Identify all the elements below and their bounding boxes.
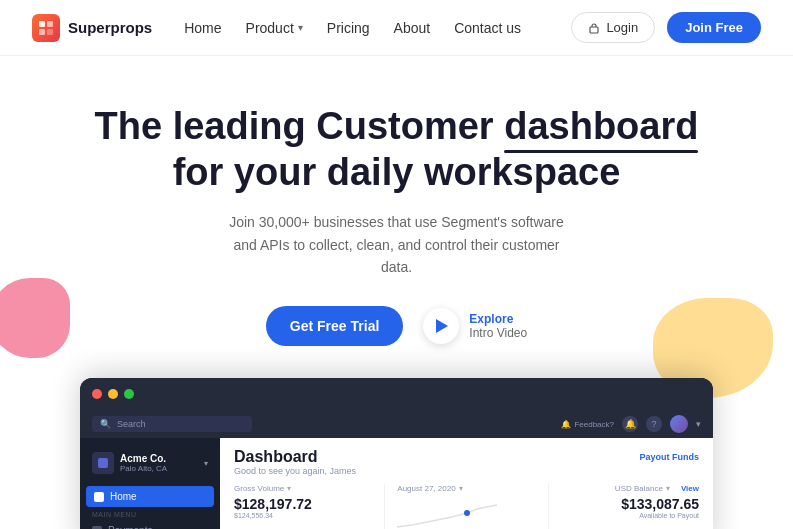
usd-value: $133,087.65 xyxy=(561,496,699,512)
nav-contact[interactable]: Contact us xyxy=(454,20,521,36)
user-avatar[interactable] xyxy=(670,415,688,433)
lock-icon xyxy=(588,22,600,34)
window-maximize-dot xyxy=(124,389,134,399)
august-date-card: August 27, 2020 ▾ xyxy=(397,484,535,529)
nav-actions: Login Join Free xyxy=(571,12,761,43)
dash-subtitle: Good to see you again, James xyxy=(234,466,356,476)
search-icon: 🔍 xyxy=(100,419,111,429)
feedback-button[interactable]: 🔔 Feedback? xyxy=(561,420,614,429)
svg-rect-4 xyxy=(590,27,598,33)
chart-preview xyxy=(397,497,497,529)
logo-icon xyxy=(32,14,60,42)
dash-body: Acme Co. Palo Alto, CA ▾ Home MAIN MENU … xyxy=(80,438,713,529)
gross-volume-card: Gross Volume ▾ $128,197.72 $124,556.34 xyxy=(234,484,372,529)
dashboard-preview: 🔍 Search 🔔 Feedback? 🔔 ? ▾ xyxy=(80,378,713,529)
dash-main-content: Dashboard Good to see you again, James P… xyxy=(220,438,713,529)
brand-icon xyxy=(92,452,114,474)
usd-dropdown-icon: ▾ xyxy=(666,484,670,493)
search-placeholder-text: Search xyxy=(117,419,146,429)
dash-title: Dashboard xyxy=(234,448,356,466)
usd-balance-card: USD Balance ▾ View $133,087.65 Available… xyxy=(561,484,699,529)
svg-rect-2 xyxy=(39,29,45,35)
stat-divider-1 xyxy=(384,484,385,529)
dash-topbar: 🔍 Search 🔔 Feedback? 🔔 ? ▾ xyxy=(80,410,713,438)
get-free-trial-button[interactable]: Get Free Trial xyxy=(266,306,403,346)
home-icon xyxy=(94,492,104,502)
video-text: Explore Intro Video xyxy=(469,312,527,340)
usd-label: USD Balance ▾ View xyxy=(561,484,699,493)
window-minimize-dot xyxy=(108,389,118,399)
gross-dropdown-icon: ▾ xyxy=(287,484,291,493)
nav-logo: Superprops xyxy=(32,14,152,42)
stat-divider-2 xyxy=(548,484,549,529)
hero-headline: The leading Customer dashboard for your … xyxy=(40,104,753,195)
video-label: Explore xyxy=(469,312,527,326)
window-close-dot xyxy=(92,389,102,399)
date-dropdown-icon: ▾ xyxy=(459,484,463,493)
dash-sidebar: Acme Co. Palo Alto, CA ▾ Home MAIN MENU … xyxy=(80,438,220,529)
help-icon[interactable]: ? xyxy=(646,416,662,432)
brand-name: Superprops xyxy=(68,19,152,36)
dash-titlebar xyxy=(80,378,713,410)
dash-brand: Acme Co. Palo Alto, CA ▾ xyxy=(80,446,220,480)
nav-section-label: MAIN MENU xyxy=(80,507,220,520)
hero-subtext: Join 30,000+ businesses that use Segment… xyxy=(227,211,567,278)
svg-rect-1 xyxy=(47,21,53,27)
gross-sub: $124,556.34 xyxy=(234,512,372,519)
gross-label: Gross Volume ▾ xyxy=(234,484,372,493)
notification-icon[interactable]: 🔔 xyxy=(622,416,638,432)
navbar: Superprops Home Product ▾ Pricing About … xyxy=(0,0,793,56)
chevron-down-icon: ▾ xyxy=(298,22,303,33)
dashboard-search[interactable]: 🔍 Search xyxy=(92,416,252,432)
dash-stats: Gross Volume ▾ $128,197.72 $124,556.34 A… xyxy=(234,484,699,529)
join-button[interactable]: Join Free xyxy=(667,12,761,43)
hero-highlight-word: dashboard xyxy=(504,104,698,150)
video-sublabel: Intro Video xyxy=(469,326,527,340)
usd-available: Available to Payout xyxy=(561,512,699,519)
dash-header: Dashboard Good to see you again, James P… xyxy=(234,448,699,476)
payout-funds-button[interactable]: Payout Funds xyxy=(639,452,699,462)
play-button[interactable] xyxy=(423,308,459,344)
sidebar-item-home[interactable]: Home xyxy=(86,486,214,507)
hero-actions: Get Free Trial Explore Intro Video xyxy=(40,306,753,346)
dash-brand-name: Acme Co. xyxy=(120,453,167,464)
play-triangle-icon xyxy=(436,319,448,333)
nav-home[interactable]: Home xyxy=(184,20,221,36)
speaker-icon: 🔔 xyxy=(561,420,571,429)
nav-pricing[interactable]: Pricing xyxy=(327,20,370,36)
hero-section: The leading Customer dashboard for your … xyxy=(0,56,793,378)
sidebar-item-payments[interactable]: Payments xyxy=(80,520,220,529)
nav-product[interactable]: Product ▾ xyxy=(246,20,303,36)
dash-brand-sub: Palo Alto, CA xyxy=(120,464,167,473)
topbar-actions: 🔔 Feedback? 🔔 ? ▾ xyxy=(561,415,701,433)
brand-dropdown-icon: ▾ xyxy=(204,459,208,468)
blob-red-decoration xyxy=(0,278,70,358)
login-button[interactable]: Login xyxy=(571,12,655,43)
date-label: August 27, 2020 ▾ xyxy=(397,484,535,493)
nav-about[interactable]: About xyxy=(394,20,431,36)
view-link[interactable]: View xyxy=(681,484,699,493)
intro-video-button[interactable]: Explore Intro Video xyxy=(423,308,527,344)
dropdown-caret: ▾ xyxy=(696,419,701,429)
nav-links: Home Product ▾ Pricing About Contact us xyxy=(184,20,571,36)
dashboard-preview-wrapper: 🔍 Search 🔔 Feedback? 🔔 ? ▾ xyxy=(40,378,753,529)
svg-point-5 xyxy=(464,510,470,516)
svg-rect-3 xyxy=(47,29,53,35)
gross-value: $128,197.72 xyxy=(234,496,372,512)
svg-rect-0 xyxy=(39,21,45,27)
